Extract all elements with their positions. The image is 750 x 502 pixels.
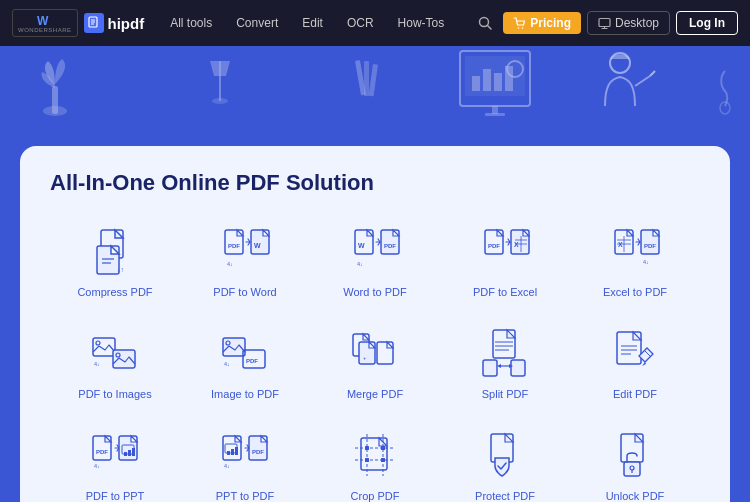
svg-point-31 [720, 102, 730, 114]
tool-label: PDF to PPT [86, 490, 145, 502]
svg-rect-100 [235, 447, 238, 455]
svg-rect-26 [492, 106, 498, 114]
logo-area: W wondershare hipdf [12, 9, 144, 37]
tool-label: Edit PDF [613, 388, 657, 400]
svg-rect-81 [511, 360, 525, 376]
tool-label: Protect PDF [475, 490, 535, 502]
svg-line-6 [488, 26, 492, 30]
svg-rect-23 [494, 73, 502, 91]
login-button[interactable]: Log In [676, 11, 738, 35]
svg-text:PDF: PDF [96, 449, 108, 455]
svg-line-29 [635, 76, 650, 86]
pricing-button[interactable]: Pricing [503, 12, 581, 34]
svg-rect-22 [483, 69, 491, 91]
tool-compress-pdf[interactable]: ↓↑ Compress PDF [50, 216, 180, 308]
pricing-label: Pricing [530, 16, 571, 30]
tool-ppt-to-pdf[interactable]: 4↓ PDF PPT to PDF [180, 420, 310, 502]
protect-pdf-icon [479, 430, 531, 482]
tool-unlock-pdf[interactable]: Unlock PDF [570, 420, 700, 502]
svg-text:4↓: 4↓ [643, 259, 649, 265]
nav-actions: Pricing Desktop Log In [473, 11, 738, 35]
svg-text:PDF: PDF [384, 243, 396, 249]
tool-label: Compress PDF [77, 286, 152, 298]
tool-label: Word to PDF [343, 286, 406, 298]
pdf-to-excel-icon: PDF X [479, 226, 531, 278]
wondershare-icon: W [34, 13, 56, 27]
svg-rect-95 [132, 448, 135, 456]
svg-text:4↓: 4↓ [227, 261, 233, 267]
pdf-to-images-icon: 4↓ [89, 328, 141, 380]
svg-text:4↓: 4↓ [357, 261, 363, 267]
tool-label: PDF to Excel [473, 286, 537, 298]
tool-label: Crop PDF [351, 490, 400, 502]
svg-rect-115 [624, 462, 640, 476]
nav-ocr[interactable]: OCR [337, 12, 384, 34]
word-to-pdf-icon: W PDF 4↓ [349, 226, 401, 278]
desktop-button[interactable]: Desktop [587, 11, 670, 35]
page-title: All-In-One Online PDF Solution [50, 170, 700, 196]
svg-rect-111 [365, 458, 369, 462]
tool-pdf-to-images[interactable]: 4↓ PDF to Images [50, 318, 180, 410]
svg-rect-9 [599, 18, 610, 26]
tool-crop-pdf[interactable]: Crop PDF [310, 420, 440, 502]
svg-line-30 [650, 71, 655, 76]
excel-to-pdf-icon: X PDF 4↓ [609, 226, 661, 278]
svg-text:4↓: 4↓ [224, 463, 230, 469]
svg-text:4↓: 4↓ [224, 361, 230, 367]
desktop-label: Desktop [615, 16, 659, 30]
nav-all-tools[interactable]: All tools [160, 12, 222, 34]
pdf-to-word-icon: PDF W 4↓ [219, 226, 271, 278]
svg-text:PDF: PDF [488, 243, 500, 249]
tool-label: PDF to Word [213, 286, 276, 298]
tool-label: PDF to Images [78, 388, 151, 400]
tool-label: Excel to PDF [603, 286, 667, 298]
tool-pdf-to-word[interactable]: PDF W 4↓ PDF to Word [180, 216, 310, 308]
svg-rect-110 [381, 446, 385, 450]
svg-text:W: W [37, 14, 49, 26]
hero-illustration [0, 46, 750, 146]
svg-text:PDF: PDF [644, 243, 656, 249]
tool-protect-pdf[interactable]: Protect PDF [440, 420, 570, 502]
navbar: W wondershare hipdf All tools Convert Ed… [0, 0, 750, 46]
tool-excel-to-pdf[interactable]: X PDF 4↓ Excel to PDF [570, 216, 700, 308]
tool-word-to-pdf[interactable]: W PDF 4↓ Word to PDF [310, 216, 440, 308]
nav-convert[interactable]: Convert [226, 12, 288, 34]
ppt-to-pdf-icon: 4↓ PDF [219, 430, 271, 482]
desktop-icon [598, 17, 611, 30]
nav-edit[interactable]: Edit [292, 12, 333, 34]
svg-text:↓↑: ↓↑ [117, 266, 124, 273]
cart-icon [513, 17, 526, 30]
tool-merge-pdf[interactable]: + Merge PDF [310, 318, 440, 410]
svg-text:X: X [514, 241, 519, 248]
tool-edit-pdf[interactable]: Edit PDF [570, 318, 700, 410]
tool-label: Split PDF [482, 388, 528, 400]
nav-how-tos[interactable]: How-Tos [388, 12, 455, 34]
svg-rect-65 [113, 350, 135, 368]
tool-pdf-to-excel[interactable]: PDF X PDF to Excel [440, 216, 570, 308]
svg-rect-18 [369, 64, 378, 96]
image-to-pdf-icon: 4↓ PDF [219, 328, 271, 380]
svg-text:PDF: PDF [246, 358, 258, 364]
tool-image-to-pdf[interactable]: 4↓ PDF Image to PDF [180, 318, 310, 410]
svg-rect-80 [483, 360, 497, 376]
svg-text:PDF: PDF [252, 449, 264, 455]
svg-rect-99 [231, 449, 234, 455]
tools-grid: ↓↑ Compress PDF PDF W 4↓ PDF to Word [50, 216, 700, 502]
search-icon[interactable] [473, 11, 497, 35]
hipdf-name: hipdf [108, 15, 145, 32]
svg-text:X: X [618, 241, 623, 248]
pdf-to-ppt-icon: PDF 4↓ [89, 430, 141, 482]
wondershare-logo[interactable]: W wondershare [12, 9, 78, 37]
hipdf-logo[interactable]: hipdf [84, 13, 145, 33]
svg-text:PDF: PDF [228, 243, 240, 249]
tool-split-pdf[interactable]: Split PDF [440, 318, 570, 410]
svg-point-8 [522, 27, 524, 29]
tool-label: Merge PDF [347, 388, 403, 400]
crop-pdf-icon [349, 430, 401, 482]
svg-point-63 [96, 341, 100, 345]
svg-text:+: + [363, 355, 367, 361]
hero-decorations [0, 46, 750, 146]
svg-rect-17 [364, 61, 369, 96]
svg-rect-67 [223, 338, 245, 356]
tool-pdf-to-ppt[interactable]: PDF 4↓ PDF to PPT [50, 420, 180, 502]
